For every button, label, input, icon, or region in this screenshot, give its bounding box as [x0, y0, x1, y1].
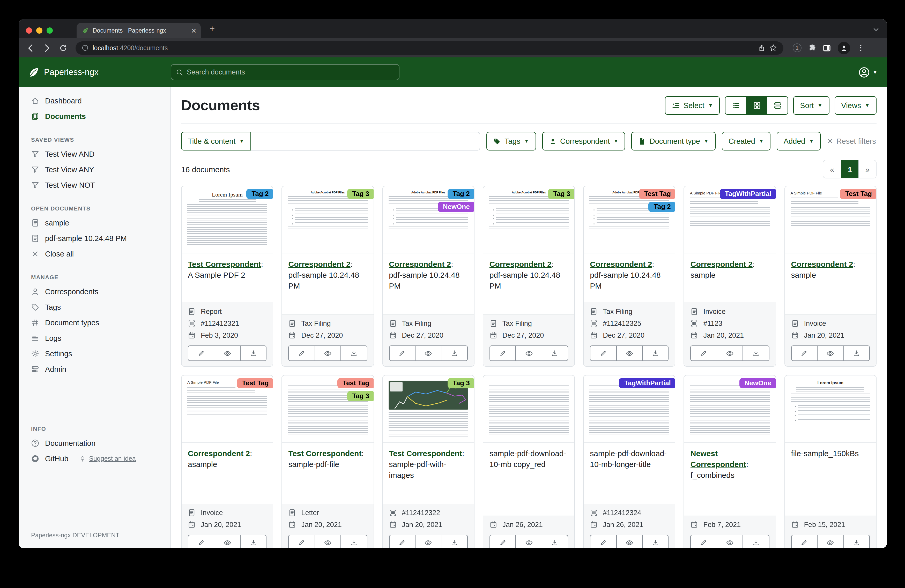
correspondent-link[interactable]: Correspondent 2 — [791, 260, 853, 268]
address-bar[interactable]: localhost:4200/documents — [76, 41, 783, 55]
pagination-page-1[interactable]: 1 — [841, 160, 859, 178]
browser-menu-icon[interactable] — [857, 44, 865, 52]
edit-button[interactable] — [289, 346, 315, 361]
correspondent-link[interactable]: Correspondent 2 — [389, 260, 451, 268]
share-icon[interactable] — [758, 44, 765, 51]
download-button[interactable] — [542, 535, 568, 548]
sidebar-item-pdf-sample-10-24-48-pm[interactable]: pdf-sample 10.24.48 PM — [19, 231, 170, 246]
tag-badge[interactable]: Tag 2 — [448, 189, 474, 199]
preview-button[interactable] — [616, 535, 643, 548]
download-button[interactable] — [341, 346, 367, 361]
filter-field-button[interactable]: Title & content▼ — [181, 132, 251, 151]
correspondent-link[interactable]: Correspondent 2 — [289, 260, 351, 268]
download-button[interactable] — [441, 535, 468, 548]
download-button[interactable] — [542, 346, 568, 361]
extension-badge-icon[interactable]: 1 — [793, 43, 802, 52]
download-button[interactable] — [341, 535, 367, 548]
preview-button[interactable] — [416, 346, 441, 361]
sidebar-item-test-view-not[interactable]: Test View NOT — [19, 178, 170, 193]
document-thumbnail[interactable]: A Simple PDF FileTest Tag — [785, 186, 876, 254]
edit-button[interactable] — [188, 346, 214, 361]
correspondent-link[interactable]: Correspondent 2 — [590, 260, 652, 268]
document-thumbnail[interactable]: Lorem IpsumTag 2 — [182, 186, 273, 254]
document-thumbnail[interactable]: Adobe Acrobat PDF FilesTest TagTag 2 — [584, 186, 675, 254]
document-thumbnail[interactable]: A Simple PDF FileTest Tag — [182, 376, 273, 443]
download-button[interactable] — [844, 535, 870, 548]
document-thumbnail[interactable]: TagWithPartial — [584, 376, 675, 443]
tag-badge[interactable]: TagWithPartial — [720, 189, 776, 199]
correspondent-filter-button[interactable]: Correspondent▼ — [542, 132, 625, 151]
document-thumbnail[interactable]: Adobe Acrobat PDF FilesTag 3 — [483, 186, 575, 254]
list-view-button[interactable] — [726, 97, 746, 114]
preview-button[interactable] — [516, 535, 542, 548]
sidebar-item-github[interactable]: GitHubSuggest an idea — [19, 451, 170, 466]
sidebar-item-test-view-any[interactable]: Test View ANY — [19, 162, 170, 178]
correspondent-link[interactable]: Correspondent 2 — [691, 260, 753, 268]
preview-button[interactable] — [616, 346, 643, 361]
tag-badge[interactable]: Test Tag — [639, 189, 675, 199]
download-button[interactable] — [643, 535, 669, 548]
document-thumbnail[interactable]: Lorem ipsum — [785, 376, 876, 443]
edit-button[interactable] — [188, 535, 214, 548]
tags-filter-button[interactable]: Tags▼ — [486, 132, 536, 151]
tag-badge[interactable]: Tag 3 — [548, 189, 574, 199]
preview-button[interactable] — [416, 535, 441, 548]
download-button[interactable] — [241, 346, 267, 361]
tag-badge[interactable]: NewOne — [739, 378, 775, 388]
select-button[interactable]: Select▼ — [665, 96, 720, 115]
user-menu[interactable]: ▼ — [859, 67, 878, 78]
back-icon[interactable] — [26, 43, 35, 52]
detail-view-button[interactable] — [767, 97, 788, 114]
pagination-next[interactable]: » — [859, 160, 876, 178]
reset-filters-button[interactable]: ✕ Reset filters — [827, 137, 876, 145]
site-info-icon[interactable] — [82, 44, 89, 51]
added-filter-button[interactable]: Added▼ — [777, 132, 821, 151]
download-button[interactable] — [743, 346, 769, 361]
sort-button[interactable]: Sort▼ — [793, 96, 829, 115]
views-button[interactable]: Views▼ — [834, 96, 876, 115]
edit-button[interactable] — [791, 535, 818, 548]
tag-badge[interactable]: Tag 2 — [649, 202, 675, 212]
preview-button[interactable] — [214, 346, 241, 361]
download-button[interactable] — [643, 346, 669, 361]
tag-badge[interactable]: NewOne — [438, 202, 474, 212]
correspondent-link[interactable]: Test Correspondent — [188, 260, 261, 268]
browser-tab[interactable]: Documents - Paperless-ngx ✕ — [76, 23, 201, 38]
preview-button[interactable] — [516, 346, 542, 361]
download-button[interactable] — [743, 535, 769, 548]
correspondent-link[interactable]: Test Correspondent — [389, 449, 462, 458]
edit-button[interactable] — [489, 535, 516, 548]
browser-profile-avatar[interactable] — [838, 42, 850, 54]
grid-view-button[interactable] — [746, 97, 767, 114]
edit-button[interactable] — [590, 535, 616, 548]
sidebar-item-settings[interactable]: Settings — [19, 346, 170, 361]
edit-button[interactable] — [289, 535, 315, 548]
document-thumbnail[interactable]: Test TagTag 3 — [282, 376, 373, 443]
minimize-window-button[interactable] — [36, 27, 43, 33]
pagination-prev[interactable]: « — [823, 160, 841, 178]
preview-button[interactable] — [717, 535, 743, 548]
document-thumbnail[interactable]: Adobe Acrobat PDF FilesTag 2NewOne — [383, 186, 474, 254]
document-thumbnail[interactable]: NewOne — [684, 376, 776, 443]
sidebar-item-tags[interactable]: Tags — [19, 300, 170, 315]
preview-button[interactable] — [818, 535, 844, 548]
correspondent-link[interactable]: Newest Correspondent — [691, 449, 746, 469]
suggest-an-idea-link[interactable]: Suggest an idea — [79, 455, 136, 462]
app-logo[interactable]: Paperless-ngx — [28, 67, 98, 78]
bookmark-star-icon[interactable] — [769, 44, 777, 52]
correspondent-link[interactable]: Test Correspondent — [289, 449, 362, 458]
close-window-button[interactable] — [26, 27, 32, 33]
extensions-puzzle-icon[interactable] — [808, 44, 816, 52]
sidebar-item-documents[interactable]: Documents — [19, 109, 170, 124]
download-button[interactable] — [441, 346, 468, 361]
tag-badge[interactable]: Tag 3 — [347, 391, 373, 401]
tab-search-chevron-icon[interactable] — [872, 26, 880, 33]
sidebar-item-sample[interactable]: sample — [19, 215, 170, 231]
tag-badge[interactable]: Tag 2 — [246, 189, 273, 199]
side-panel-icon[interactable] — [823, 44, 831, 52]
tag-badge[interactable]: Tag 3 — [448, 378, 474, 388]
tag-badge[interactable]: TagWithPartial — [619, 378, 675, 388]
sidebar-item-logs[interactable]: Logs — [19, 330, 170, 346]
edit-button[interactable] — [389, 535, 416, 548]
document-thumbnail[interactable] — [483, 376, 575, 443]
